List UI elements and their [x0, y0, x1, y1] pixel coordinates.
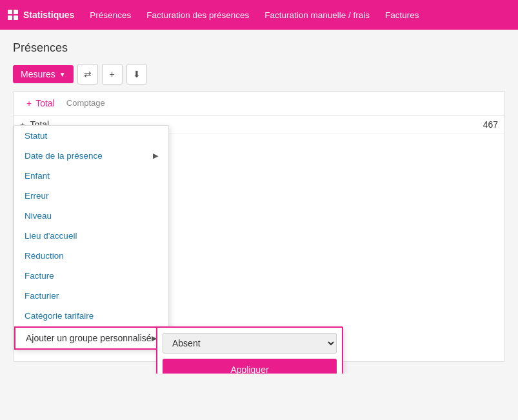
dropdown-item-statut[interactable]: Statut	[14, 126, 168, 146]
table-header: + Total Comptage	[14, 92, 504, 115]
navbar-link-facturation-presences[interactable]: Facturation des présences	[146, 10, 249, 20]
dropdown-item-lieu-accueil[interactable]: Lieu d'accueil	[14, 226, 168, 246]
submenu-select[interactable]: AbsentPrésentAnnuléFacturé	[163, 333, 337, 354]
col-comptage: Comptage	[61, 95, 110, 111]
navbar-links: PrésencesFacturation des présencesFactur…	[90, 10, 419, 20]
dropdown-item-facturier[interactable]: Facturier	[14, 286, 168, 306]
navbar-link-facturation-manuelle[interactable]: Facturation manuelle / frais	[264, 10, 370, 20]
dropdown-item-reduction[interactable]: Réduction	[14, 246, 168, 266]
apply-button[interactable]: Appliquer	[163, 359, 337, 374]
brand-title: Statistiques	[23, 10, 74, 20]
submenu-panel: AbsentPrésentAnnuléFacturéAppliquer	[156, 326, 343, 374]
page-title: Présences	[13, 41, 505, 55]
dropdown-item-categorie-tarifaire[interactable]: Catégorie tarifaire	[14, 306, 168, 326]
download-button[interactable]: ⬇	[126, 64, 147, 85]
row-value: 467	[483, 119, 498, 130]
chevron-down-icon: ▼	[59, 71, 66, 78]
mesures-label: Mesures	[21, 69, 55, 79]
brand: Statistiques	[8, 10, 74, 20]
main-panel: + Total Comptage + Total 467 StatutDate …	[13, 91, 505, 362]
dropdown-item-date-presence[interactable]: Date de la présence▶	[14, 146, 168, 166]
dropdown-menu: StatutDate de la présence▶EnfantErreurNi…	[14, 125, 169, 350]
download-icon: ⬇	[133, 69, 141, 79]
add-button[interactable]: +	[102, 64, 123, 85]
swap-icon: ⇄	[84, 69, 92, 79]
dropdown-item-erreur[interactable]: Erreur	[14, 186, 168, 206]
custom-group-row: Ajouter un groupe personnalisé▶AbsentPré…	[14, 326, 168, 350]
mesures-button[interactable]: Mesures ▼	[13, 65, 74, 83]
dropdown-item-niveau[interactable]: Niveau	[14, 206, 168, 226]
add-icon: +	[110, 69, 115, 79]
col-total[interactable]: + Total	[20, 95, 61, 111]
dropdown-item-enfant[interactable]: Enfant	[14, 166, 168, 186]
custom-group-text: Ajouter un groupe personnalisé	[26, 333, 152, 343]
plus-icon: +	[26, 98, 32, 108]
navbar-link-presences[interactable]: Présences	[90, 10, 131, 20]
page-content: Présences Mesures ▼ ⇄ + ⬇ + Total Compta…	[0, 30, 518, 374]
dropdown-item-facture[interactable]: Facture	[14, 266, 168, 286]
chevron-right-icon: ▶	[153, 152, 158, 160]
toolbar: Mesures ▼ ⇄ + ⬇	[13, 64, 505, 85]
swap-button[interactable]: ⇄	[77, 64, 98, 85]
grid-icon	[8, 10, 18, 20]
custom-group-label[interactable]: Ajouter un groupe personnalisé▶	[14, 326, 168, 350]
navbar: Statistiques PrésencesFacturation des pr…	[0, 0, 518, 30]
col-total-label: Total	[35, 98, 55, 108]
navbar-link-factures[interactable]: Factures	[385, 10, 419, 20]
